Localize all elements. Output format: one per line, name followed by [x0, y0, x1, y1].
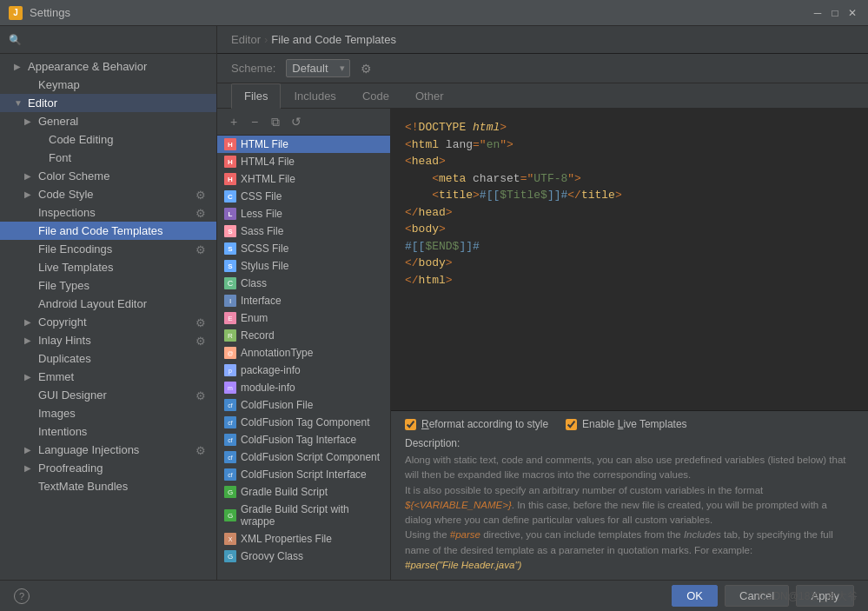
sidebar-label: General: [38, 115, 78, 128]
file-item-cf-file[interactable]: cf ColdFusion File: [217, 396, 390, 414]
panel-content: + − ⧉ ↺ H HTML File H HTML4 File: [217, 109, 868, 580]
sidebar-item-inspections[interactable]: Inspections ⚙: [0, 203, 216, 222]
scheme-select[interactable]: Default Project: [286, 59, 350, 77]
code-editor[interactable]: <!DOCTYPE html> <html lang="en"> <head> …: [391, 109, 868, 410]
file-item-scss[interactable]: S SCSS File: [217, 240, 390, 257]
sidebar-item-appearance[interactable]: ▶ Appearance & Behavior: [0, 57, 216, 76]
sidebar-item-emmet[interactable]: ▶ Emmet: [0, 368, 216, 386]
file-item-html4[interactable]: H HTML4 File: [217, 153, 390, 170]
file-item-cf-tag-int[interactable]: cf ColdFusion Tag Interface: [217, 431, 390, 448]
file-item-sass[interactable]: S Sass File: [217, 222, 390, 240]
ok-button[interactable]: OK: [672, 585, 718, 607]
file-item-stylus[interactable]: S Stylus File: [217, 257, 390, 275]
file-item-label: XML Properties File: [241, 533, 332, 545]
file-item-xhtml[interactable]: H XHTML File: [217, 170, 390, 188]
sass-icon: S: [224, 225, 236, 237]
file-item-annotationtype[interactable]: @ AnnotationType: [217, 344, 390, 362]
sidebar-item-editor[interactable]: ▼ Editor: [0, 94, 216, 112]
sidebar-item-color-scheme[interactable]: ▶ Color Scheme: [0, 167, 216, 185]
sidebar-item-inlay-hints[interactable]: ▶ Inlay Hints ⚙: [0, 331, 216, 349]
help-button[interactable]: ?: [14, 588, 30, 604]
sidebar-item-file-encodings[interactable]: File Encodings ⚙: [0, 240, 216, 258]
file-item-css[interactable]: C CSS File: [217, 188, 390, 205]
sidebar-item-general[interactable]: ▶ General: [0, 112, 216, 130]
file-item-enum[interactable]: E Enum: [217, 309, 390, 327]
file-item-record[interactable]: R Record: [217, 327, 390, 344]
apply-button[interactable]: Apply: [796, 585, 854, 607]
live-templates-checkbox-item: Enable Live Templates: [566, 418, 687, 430]
sidebar-label: Editor: [28, 96, 57, 110]
file-item-class[interactable]: C Class: [217, 275, 390, 292]
cf-icon: cf: [224, 416, 236, 428]
file-item-label: HTML File: [241, 138, 288, 150]
file-item-label: ColdFusion Tag Component: [241, 416, 370, 428]
sidebar-label: Code Style: [38, 188, 94, 201]
file-list-panel: + − ⧉ ↺ H HTML File H HTML4 File: [217, 109, 391, 580]
sidebar-item-code-style[interactable]: ▶ Code Style ⚙: [0, 185, 216, 203]
sidebar-item-code-editing[interactable]: Code Editing: [0, 130, 216, 149]
settings-window: J Settings ─ □ ✕ 🔍 ▶ Appearance & Behavi…: [0, 0, 868, 611]
file-item-xml-props[interactable]: X XML Properties File: [217, 530, 390, 548]
file-item-label: module-info: [241, 382, 295, 394]
expand-arrow: ▶: [24, 463, 35, 473]
file-item-module-info[interactable]: m module-info: [217, 379, 390, 396]
copy-template-button[interactable]: ⧉: [266, 112, 285, 131]
sidebar-item-proofreading[interactable]: ▶ Proofreading: [0, 459, 216, 477]
file-item-cf-script-int[interactable]: cf ColdFusion Script Interface: [217, 466, 390, 483]
expand-arrow: ▶: [24, 116, 35, 126]
file-item-less[interactable]: L Less File: [217, 205, 390, 222]
sidebar-item-android-layout[interactable]: Android Layout Editor: [0, 295, 216, 313]
maximize-button[interactable]: □: [828, 6, 842, 20]
groovy-icon: G: [224, 550, 236, 562]
file-item-cf-script-comp[interactable]: cf ColdFusion Script Component: [217, 448, 390, 466]
sidebar-item-gui-designer[interactable]: GUI Designer ⚙: [0, 386, 216, 404]
file-item-interface[interactable]: I Interface: [217, 292, 390, 309]
sidebar-item-language-injections[interactable]: ▶ Language Injections ⚙: [0, 441, 216, 459]
parse-example: #parse("File Header.java"): [405, 560, 521, 570]
sidebar-item-font[interactable]: Font: [0, 149, 216, 167]
question-icon: ?: [14, 588, 30, 604]
sidebar-item-images[interactable]: Images: [0, 404, 216, 422]
add-template-button[interactable]: +: [224, 112, 243, 131]
minimize-button[interactable]: ─: [811, 6, 825, 20]
sidebar-label: Appearance & Behavior: [28, 60, 147, 73]
sidebar-item-file-types[interactable]: File Types: [0, 276, 216, 295]
tab-other[interactable]: Other: [402, 83, 457, 109]
breadcrumb-current: File and Code Templates: [271, 33, 396, 46]
file-item-gradle[interactable]: G Gradle Build Script: [217, 483, 390, 501]
expand-arrow: ▶: [24, 317, 35, 327]
xml-icon: X: [224, 533, 236, 545]
file-item-package-info[interactable]: p package-info: [217, 362, 390, 379]
tab-files[interactable]: Files: [231, 83, 281, 109]
sidebar-item-intentions[interactable]: Intentions: [0, 422, 216, 441]
file-item-gradle-wrapper[interactable]: G Gradle Build Script with wrappe: [217, 501, 390, 530]
file-item-label: Groovy Class: [241, 550, 303, 562]
sidebar-tree: ▶ Appearance & Behavior Keymap ▼ Editor …: [0, 54, 216, 580]
code-line: <meta charset="UTF-8">: [405, 170, 854, 188]
tab-code[interactable]: Code: [349, 83, 402, 109]
scss-icon: S: [224, 242, 236, 255]
sidebar-item-keymap[interactable]: Keymap: [0, 76, 216, 94]
sidebar-item-copyright[interactable]: ▶ Copyright ⚙: [0, 313, 216, 331]
breadcrumb-separator: ›: [264, 33, 268, 46]
close-button[interactable]: ✕: [845, 6, 859, 20]
sidebar-item-duplicates[interactable]: Duplicates: [0, 349, 216, 368]
scheme-gear-icon[interactable]: ⚙: [361, 62, 372, 76]
cancel-button[interactable]: Cancel: [725, 585, 789, 607]
search-input[interactable]: [27, 33, 208, 46]
file-item-groovy[interactable]: G Groovy Class: [217, 548, 390, 565]
live-templates-checkbox[interactable]: [566, 419, 577, 430]
file-item-cf-tag-comp[interactable]: cf ColdFusion Tag Component: [217, 414, 390, 431]
sidebar-item-textmate[interactable]: TextMate Bundles: [0, 477, 216, 495]
editor-footer: Reformat according to style Enable Live …: [391, 410, 868, 580]
code-line: <!DOCTYPE html>: [405, 119, 854, 136]
sidebar-item-file-code-templates[interactable]: File and Code Templates: [0, 222, 216, 240]
sidebar-item-live-templates[interactable]: Live Templates: [0, 258, 216, 276]
file-item-html[interactable]: H HTML File: [217, 136, 390, 153]
sidebar-label: Font: [49, 151, 71, 164]
remove-template-button[interactable]: −: [245, 112, 264, 131]
reformat-checkbox[interactable]: [405, 419, 416, 430]
reset-template-button[interactable]: ↺: [287, 112, 306, 131]
annotation-icon: @: [224, 347, 236, 359]
tab-includes[interactable]: Includes: [281, 83, 348, 109]
